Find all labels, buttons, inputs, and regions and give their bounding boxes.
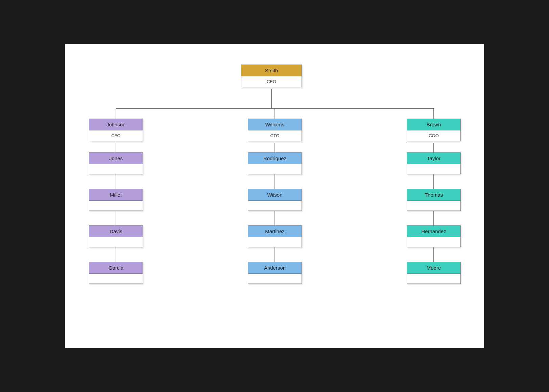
node-name-garcia: Garcia	[89, 262, 143, 273]
node-name-johnson: Johnson	[89, 119, 143, 130]
node-name-anderson: Anderson	[248, 262, 302, 273]
node-name-williams: Williams	[248, 119, 302, 130]
node-anderson[interactable]: Anderson	[248, 262, 302, 284]
node-role-brown: COO	[407, 130, 460, 141]
node-name-jones: Jones	[89, 153, 143, 164]
node-role-miller	[89, 200, 143, 211]
node-hernandez[interactable]: Hernandez	[407, 225, 461, 247]
node-davis[interactable]: Davis	[89, 225, 143, 247]
node-role-wilson	[248, 200, 302, 211]
node-name-martinez: Martinez	[248, 226, 302, 237]
node-jones[interactable]: Jones	[89, 152, 143, 174]
node-name-brown: Brown	[407, 119, 460, 130]
node-name-wilson: Wilson	[248, 189, 302, 200]
node-smith[interactable]: SmithCEO	[241, 65, 302, 87]
node-role-hernandez	[407, 237, 460, 247]
node-role-taylor	[407, 164, 460, 174]
node-role-johnson: CFO	[89, 130, 143, 141]
node-williams[interactable]: WilliamsCTO	[248, 119, 302, 141]
node-name-smith: Smith	[241, 65, 302, 76]
node-brown[interactable]: BrownCOO	[407, 119, 461, 141]
node-wilson[interactable]: Wilson	[248, 189, 302, 211]
node-role-rodriguez	[248, 164, 302, 174]
node-role-jones	[89, 164, 143, 174]
org-chart-canvas: SmithCEOJohnsonCFOWilliamsCTOBrownCOOJon…	[65, 44, 484, 348]
node-role-martinez	[248, 237, 302, 247]
node-role-smith: CEO	[241, 76, 302, 87]
node-name-moore: Moore	[407, 262, 460, 273]
node-role-thomas	[407, 200, 460, 211]
node-martinez[interactable]: Martinez	[248, 225, 302, 247]
node-role-williams: CTO	[248, 130, 302, 141]
node-thomas[interactable]: Thomas	[407, 189, 461, 211]
node-moore[interactable]: Moore	[407, 262, 461, 284]
node-role-davis	[89, 237, 143, 247]
node-taylor[interactable]: Taylor	[407, 152, 461, 174]
node-name-thomas: Thomas	[407, 189, 460, 200]
node-miller[interactable]: Miller	[89, 189, 143, 211]
node-name-hernandez: Hernandez	[407, 226, 460, 237]
node-role-moore	[407, 273, 460, 284]
node-johnson[interactable]: JohnsonCFO	[89, 119, 143, 141]
node-name-miller: Miller	[89, 189, 143, 200]
node-role-anderson	[248, 273, 302, 284]
org-chart: SmithCEOJohnsonCFOWilliamsCTOBrownCOOJon…	[79, 58, 470, 328]
node-rodriguez[interactable]: Rodriguez	[248, 152, 302, 174]
node-name-taylor: Taylor	[407, 153, 460, 164]
node-role-garcia	[89, 273, 143, 284]
node-name-davis: Davis	[89, 226, 143, 237]
node-name-rodriguez: Rodriguez	[248, 153, 302, 164]
node-garcia[interactable]: Garcia	[89, 262, 143, 284]
